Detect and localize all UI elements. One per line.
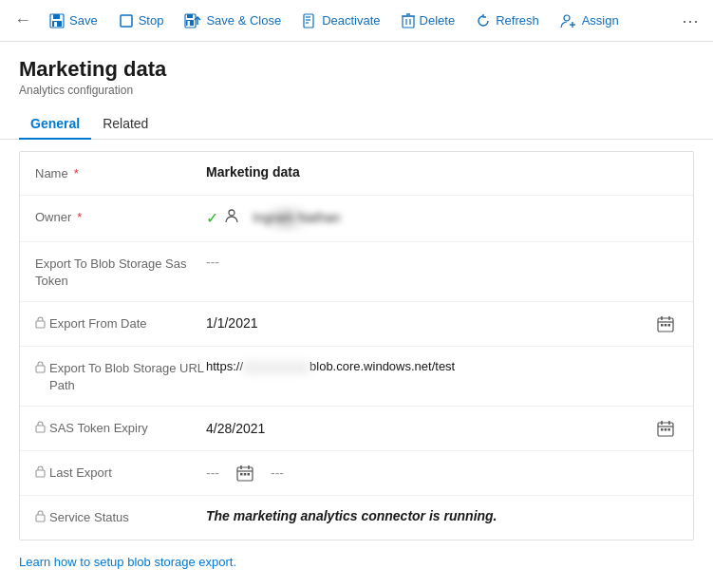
owner-name-value[interactable]: Ingram Nathan [245,207,348,230]
service-status-lock-icon [35,510,46,527]
blob-url-row: Export To Blob Storage URL Path https://… [20,347,693,407]
sas-expiry-label: SAS Token Expiry [35,418,206,438]
sas-token-row: Export To Blob Storage Sas Token --- [20,242,693,302]
export-from-date-lock-icon [35,316,46,333]
svg-rect-46 [244,473,247,476]
service-status-row: Service Status The marketing analytics c… [20,496,693,540]
last-export-row: Last Export --- --- [20,451,693,496]
save-close-icon [184,13,201,28]
svg-rect-48 [36,515,45,522]
owner-row: Owner * ✓ Ingram Nathan [20,196,693,242]
svg-rect-8 [188,21,191,26]
svg-rect-47 [248,473,251,476]
tab-related[interactable]: Related [91,108,159,139]
svg-rect-3 [54,22,57,27]
last-export-label: Last Export [35,463,206,483]
sas-token-value: --- [206,254,678,273]
page-title: Marketing data [19,57,694,82]
assign-button[interactable]: Assign [551,8,629,34]
svg-rect-6 [187,14,193,18]
name-value: Marketing data [206,163,678,182]
delete-button[interactable]: Delete [392,8,465,34]
blob-url-label: Export To Blob Storage URL Path [35,358,206,394]
save-icon [49,13,65,28]
save-close-button[interactable]: Save & Close [175,8,291,34]
refresh-icon [476,13,491,28]
last-export-calendar-button[interactable] [233,463,257,484]
owner-person-icon [224,208,239,229]
deactivate-label: Deactivate [322,13,380,28]
owner-value: ✓ Ingram Nathan [206,207,678,230]
deactivate-icon [302,13,317,28]
page-subtitle: Analytics configuration [19,84,694,97]
form-content: Name * Marketing data Owner * ✓ Ingram N… [0,151,713,541]
svg-point-19 [564,15,570,21]
toolbar: ← Save Stop [0,0,713,42]
refresh-label: Refresh [496,13,539,28]
footer-section: Learn how to setup blob storage export. [0,541,713,582]
save-label: Save [69,13,98,28]
export-from-date-value: 1/1/2021 [206,313,678,334]
sas-expiry-value: 4/28/2021 [206,418,678,439]
name-label: Name * [35,163,206,182]
export-from-date-calendar-button[interactable] [653,313,678,334]
stop-label: Stop [139,13,164,28]
sas-token-label: Export To Blob Storage Sas Token [35,254,206,290]
stop-button[interactable]: Stop [109,8,174,34]
service-status-label: Service Status [35,507,206,527]
svg-rect-30 [668,324,671,327]
refresh-button[interactable]: Refresh [466,8,549,34]
sas-expiry-calendar-button[interactable] [653,418,678,439]
stop-icon [119,13,134,28]
last-export-lock-icon [35,465,46,483]
setup-link[interactable]: Learn how to setup blob storage export. [19,555,236,569]
sas-expiry-lock-icon [35,421,46,438]
form-card: Name * Marketing data Owner * ✓ Ingram N… [19,151,694,541]
save-button[interactable]: Save [40,8,107,34]
page-header: Marketing data Analytics configuration [0,42,713,97]
svg-rect-39 [668,428,671,431]
sas-expiry-row: SAS Token Expiry 4/28/2021 [20,407,693,451]
owner-label: Owner * [35,207,206,226]
svg-rect-1 [53,14,60,19]
export-from-date-row: Export From Date 1/1/2021 [20,302,693,347]
svg-rect-31 [36,366,45,372]
svg-rect-38 [665,428,667,431]
tab-general[interactable]: General [19,108,91,139]
blob-url-value: https://blob.core.windows.net/test [206,358,678,375]
deactivate-button[interactable]: Deactivate [292,8,389,34]
more-options-button[interactable]: ⋯ [675,6,705,36]
back-button[interactable]: ← [8,6,38,36]
svg-rect-28 [661,324,664,327]
blob-url-lock-icon [35,361,46,378]
delete-icon [402,13,415,28]
export-from-date-label: Export From Date [35,313,206,333]
owner-required: * [77,209,82,226]
svg-rect-32 [36,426,45,432]
delete-label: Delete [420,13,456,28]
svg-rect-40 [36,470,45,477]
svg-rect-37 [661,428,664,431]
svg-rect-45 [240,473,243,476]
svg-rect-14 [403,16,414,28]
svg-rect-23 [36,321,45,328]
more-icon: ⋯ [682,10,699,31]
owner-check-icon: ✓ [206,208,218,229]
svg-rect-4 [121,15,132,27]
assign-label: Assign [582,13,619,28]
last-export-value: --- --- [206,463,678,484]
service-status-value: The marketing analytics connector is run… [206,507,678,526]
save-close-label: Save & Close [206,13,281,28]
svg-rect-29 [665,324,667,327]
tabs-nav: General Related [0,108,713,140]
name-row: Name * Marketing data [20,152,693,196]
svg-rect-10 [304,14,313,28]
assign-icon [560,13,577,28]
name-required: * [74,165,79,182]
svg-point-22 [229,210,235,216]
